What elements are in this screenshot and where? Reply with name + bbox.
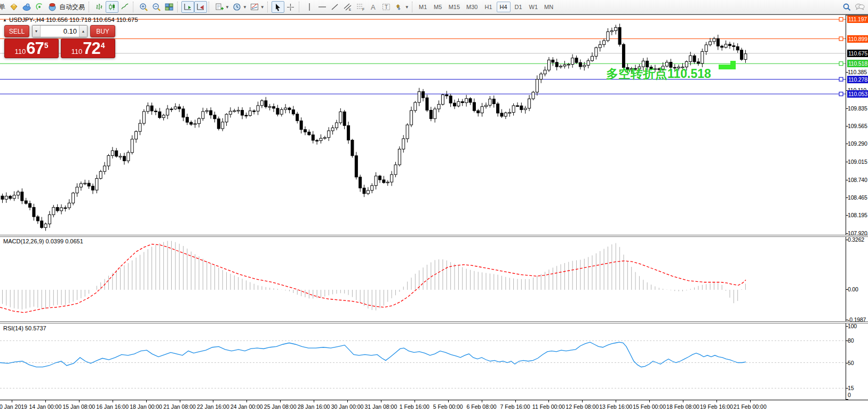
time-axis[interactable]: 10 Jan 201914 Jan 00:0015 Jan 08:0016 Ja… <box>0 400 868 412</box>
equidistant-channel-icon[interactable]: E <box>341 1 354 13</box>
time-label: 31 Jan 08:00 <box>365 403 397 410</box>
sell-price-tile[interactable]: 110 67 5 <box>4 38 59 58</box>
time-tick-mark <box>716 400 717 402</box>
time-tick-mark <box>347 400 348 402</box>
arrows-icon[interactable] <box>393 1 405 13</box>
horizontal-line-icon[interactable] <box>316 1 329 13</box>
sell-button[interactable]: SELL <box>4 25 29 37</box>
time-tick-mark <box>314 400 314 402</box>
autotrading-label[interactable]: 自动交易 <box>59 3 85 12</box>
price-level-label: 110.053 <box>847 90 868 98</box>
templates-icon[interactable] <box>248 1 261 13</box>
tf-button-M1[interactable]: M1 <box>416 2 430 12</box>
templates-caret[interactable]: ▼ <box>260 5 265 10</box>
price-tick-label: 108.195 <box>848 211 867 219</box>
time-tick-mark <box>548 400 549 402</box>
new-chart-icon[interactable] <box>213 1 226 13</box>
price-level-label: 111.197 <box>847 15 868 23</box>
chat-icon[interactable] <box>853 1 866 13</box>
one-click-trading-panel: SELL ▼ ▲ BUY 110 67 5 110 72 4 <box>4 25 115 58</box>
collapse-panel-icon[interactable]: ▲ <box>3 18 7 22</box>
svg-text:E: E <box>349 8 351 11</box>
volume-stepper: ▼ ▲ <box>32 25 87 37</box>
tf-button-H1[interactable]: H1 <box>482 2 496 12</box>
buy-price-prefix: 110 <box>71 47 82 56</box>
periods-caret[interactable]: ▼ <box>243 5 247 10</box>
toolbar: 单 自动交易 <box>0 0 868 14</box>
tf-button-H4[interactable]: H4 <box>497 2 511 12</box>
time-tick-mark <box>616 400 616 402</box>
volume-increase-button[interactable]: ▲ <box>79 26 87 37</box>
sell-price-sup: 5 <box>44 41 49 50</box>
time-label: 13 Feb 16:00 <box>599 403 632 410</box>
time-tick-mark <box>246 400 247 402</box>
text-label-icon[interactable]: T <box>380 1 393 13</box>
tf-button-M5[interactable]: M5 <box>431 2 445 12</box>
chart-shift-icon[interactable] <box>194 1 207 13</box>
macd-label: MACD(12,26,9) 0.0399 0.0651 <box>3 238 83 244</box>
time-tick-mark <box>448 400 449 402</box>
text-icon[interactable]: A <box>367 1 380 13</box>
crosshair-icon[interactable] <box>284 1 297 13</box>
toolbar-separator <box>177 2 180 12</box>
macd-canvas[interactable] <box>0 237 846 321</box>
price-tick-label: 0.00 <box>848 286 858 293</box>
main-chart-canvas[interactable] <box>0 15 846 235</box>
price-tick-label: 80 <box>848 337 854 344</box>
sell-price-prefix: 110 <box>14 47 26 56</box>
tf-button-MN[interactable]: MN <box>541 2 556 12</box>
price-tick-label: 109.835 <box>848 105 867 112</box>
volume-input[interactable] <box>41 26 79 37</box>
candlestick-chart-icon[interactable] <box>106 1 118 13</box>
price-tick-label: 108.465 <box>848 194 867 201</box>
time-label: 5 Feb 00:00 <box>433 403 463 410</box>
trendline-icon[interactable] <box>329 1 341 13</box>
zoom-in-icon[interactable] <box>137 1 150 13</box>
line-chart-icon[interactable] <box>118 1 131 13</box>
zoom-out-icon[interactable] <box>150 1 163 13</box>
tf-button-M15[interactable]: M15 <box>446 2 463 12</box>
cursor-icon[interactable] <box>272 1 284 13</box>
price-axis[interactable]: 110.385110.110109.835109.565109.290109.0… <box>846 15 868 412</box>
price-tick-label: 100 <box>848 322 857 330</box>
toolbar-separator <box>209 2 211 12</box>
tf-button-M30[interactable]: M30 <box>464 2 480 12</box>
toolbar-separator <box>89 2 91 12</box>
arrows-caret[interactable]: ▼ <box>405 5 409 10</box>
toolbar-separator <box>267 2 270 12</box>
search-icon[interactable] <box>840 1 853 13</box>
panel-splitter-macd[interactable] <box>0 235 868 237</box>
svg-text:A: A <box>371 3 376 11</box>
volume-decrease-button[interactable]: ▼ <box>33 26 41 37</box>
time-label: 1 Feb 16:00 <box>400 403 429 410</box>
time-label: 21 Jan 08:00 <box>163 403 196 410</box>
buy-price-tile[interactable]: 110 72 4 <box>61 38 115 58</box>
new-chart-caret[interactable]: ▼ <box>225 5 229 10</box>
fibonacci-icon[interactable]: F <box>354 1 367 13</box>
autotrading-icon[interactable] <box>46 1 59 13</box>
time-label: 15 Jan 08:00 <box>62 403 95 410</box>
mt4-window: 单 自动交易 <box>0 0 868 412</box>
new-order-button[interactable]: 单 <box>0 2 7 13</box>
rsi-canvas[interactable] <box>0 323 846 400</box>
time-label: 25 Jan 08:00 <box>264 403 297 410</box>
buy-button[interactable]: BUY <box>90 25 115 37</box>
sell-price-big: 67 <box>26 39 43 58</box>
vertical-line-icon[interactable] <box>303 1 316 13</box>
panel-splitter-rsi[interactable] <box>0 321 868 323</box>
highlight-marker <box>730 61 736 66</box>
auto-scroll-icon[interactable] <box>181 1 194 13</box>
periods-clock-icon[interactable] <box>230 1 243 13</box>
price-level-label: 110.899 <box>847 35 868 43</box>
signals-icon[interactable] <box>33 1 46 13</box>
community-icon[interactable] <box>20 1 33 13</box>
tf-button-D1[interactable]: D1 <box>512 2 525 12</box>
tf-button-W1[interactable]: W1 <box>527 2 541 12</box>
market-icon[interactable] <box>7 1 20 13</box>
time-label: 6 Feb 08:00 <box>467 403 497 410</box>
time-label: 10 Jan 2019 <box>0 403 27 410</box>
price-tick-label: 109.015 <box>848 158 867 165</box>
bar-chart-icon[interactable] <box>93 1 106 13</box>
tile-windows-icon[interactable] <box>163 1 176 13</box>
svg-text:F: F <box>362 7 364 11</box>
